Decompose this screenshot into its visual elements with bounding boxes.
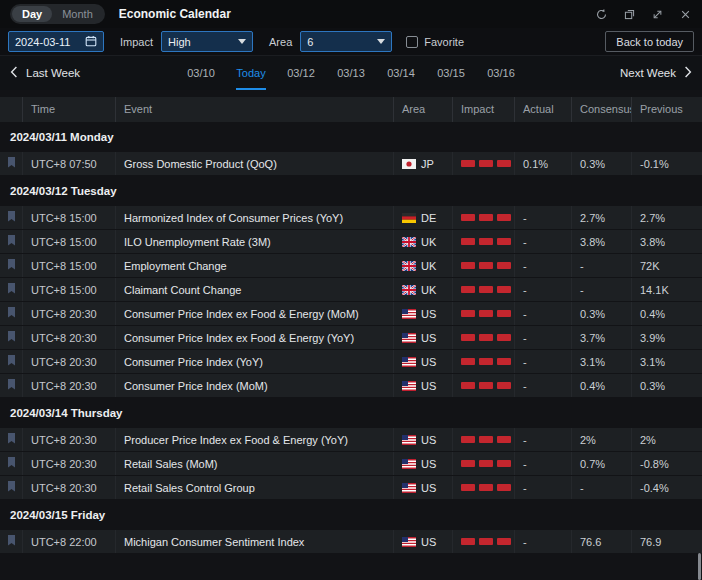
calendar-icon [85, 35, 97, 49]
close-icon[interactable] [679, 8, 692, 21]
last-week-label: Last Week [26, 67, 80, 79]
impact-cell [452, 350, 514, 373]
week-day[interactable]: 03/13 [326, 56, 376, 90]
bookmark-icon[interactable] [7, 235, 16, 248]
bookmark-icon[interactable] [7, 457, 16, 470]
area-code: DE [421, 212, 436, 224]
week-day[interactable]: 03/10 [176, 56, 226, 90]
bookmark-icon[interactable] [7, 535, 16, 548]
impact-bar [497, 358, 511, 365]
impact-bar [497, 238, 511, 245]
area-cell: DE [393, 206, 452, 229]
bookmark-icon[interactable] [7, 355, 16, 368]
de-flag-icon [402, 213, 416, 223]
bookmark-cell [0, 326, 22, 349]
week-day[interactable]: 03/16 [476, 56, 526, 90]
impact-bar [479, 460, 493, 467]
previous-cell: 3.1% [631, 350, 702, 373]
event-cell: Consumer Price Index ex Food & Energy (Y… [115, 326, 393, 349]
event-cell: Gross Domestic Product (QoQ) [115, 152, 393, 175]
table-row[interactable]: UTC+8 20:30Consumer Price Index ex Food … [0, 302, 702, 325]
impact-bar [461, 214, 475, 221]
expand-icon[interactable] [651, 8, 664, 21]
time-cell: UTC+8 20:30 [22, 428, 115, 451]
page-title: Economic Calendar [119, 7, 231, 21]
impact-cell [452, 374, 514, 397]
table-row[interactable]: UTC+8 20:30Retail Sales (MoM)US-0.7%-0.8… [0, 452, 702, 475]
consensus-cell: 3.1% [571, 350, 631, 373]
previous-cell: -0.8% [631, 452, 702, 475]
week-day[interactable]: 03/15 [426, 56, 476, 90]
tab-day[interactable]: Day [12, 6, 52, 22]
week-day[interactable]: Today [226, 56, 276, 90]
area-code: US [421, 434, 436, 446]
popout-icon[interactable] [623, 8, 636, 21]
favorite-checkbox[interactable] [406, 36, 418, 48]
chevron-left-icon [10, 66, 18, 80]
area-cell: US [393, 452, 452, 475]
table-row[interactable]: UTC+8 20:30Retail Sales Control GroupUS-… [0, 476, 702, 499]
last-week-button[interactable]: Last Week [10, 66, 80, 80]
table-row[interactable]: UTC+8 20:30Consumer Price Index (YoY)US-… [0, 350, 702, 373]
tab-month[interactable]: Month [52, 6, 103, 22]
bookmark-icon[interactable] [7, 481, 16, 494]
impact-cell [452, 428, 514, 451]
area-code: US [421, 308, 436, 320]
bookmark-icon[interactable] [7, 211, 16, 224]
us-flag-icon [402, 357, 416, 367]
actual-cell: - [514, 302, 571, 325]
consensus-cell: 2% [571, 428, 631, 451]
table-row[interactable]: UTC+8 15:00ILO Unemployment Rate (3M)UK-… [0, 230, 702, 253]
table-row[interactable]: UTC+8 15:00Claimant Count ChangeUK--14.1… [0, 278, 702, 301]
previous-cell: 0.4% [631, 302, 702, 325]
area-code: US [421, 482, 436, 494]
consensus-cell: 0.3% [571, 152, 631, 175]
area-cell: US [393, 350, 452, 373]
area-code: US [421, 356, 436, 368]
actual-cell: - [514, 278, 571, 301]
impact-bar [497, 538, 511, 545]
impact-bar [479, 310, 493, 317]
bookmark-cell [0, 350, 22, 373]
table-row[interactable]: UTC+8 20:30Consumer Price Index (MoM)US-… [0, 374, 702, 397]
previous-cell: 2.7% [631, 206, 702, 229]
bookmark-icon[interactable] [7, 283, 16, 296]
consensus-cell: - [571, 278, 631, 301]
table-row[interactable]: UTC+8 20:30Producer Price Index ex Food … [0, 428, 702, 451]
bookmark-icon[interactable] [7, 331, 16, 344]
window-controls [595, 8, 692, 21]
impact-bar [497, 262, 511, 269]
table-row[interactable]: UTC+8 07:50Gross Domestic Product (QoQ)J… [0, 152, 702, 175]
back-to-today-button[interactable]: Back to today [605, 31, 694, 52]
bookmark-icon[interactable] [7, 379, 16, 392]
impact-bar [461, 160, 475, 167]
bookmark-icon[interactable] [7, 307, 16, 320]
impact-cell [452, 302, 514, 325]
event-cell: Retail Sales Control Group [115, 476, 393, 499]
table-row[interactable]: UTC+8 15:00Employment ChangeUK--72K [0, 254, 702, 277]
title-bar: Day Month Economic Calendar [0, 0, 702, 28]
impact-cell [452, 230, 514, 253]
bookmark-cell [0, 452, 22, 475]
week-day[interactable]: 03/12 [276, 56, 326, 90]
impact-select[interactable]: High [161, 31, 253, 52]
impact-bar [461, 484, 475, 491]
area-cell: UK [393, 278, 452, 301]
next-week-button[interactable]: Next Week [620, 66, 692, 80]
bookmark-icon[interactable] [7, 433, 16, 446]
vertical-scrollbar[interactable] [698, 553, 701, 580]
week-day[interactable]: 03/14 [376, 56, 426, 90]
consensus-cell: 76.6 [571, 530, 631, 553]
uk-flag-icon [402, 237, 416, 247]
impact-cell [452, 452, 514, 475]
refresh-icon[interactable] [595, 8, 608, 21]
bookmark-icon[interactable] [7, 157, 16, 170]
impact-bar [479, 286, 493, 293]
date-picker[interactable]: 2024-03-11 [8, 31, 104, 52]
area-cell: US [393, 428, 452, 451]
table-row[interactable]: UTC+8 22:00Michigan Consumer Sentiment I… [0, 530, 702, 553]
area-select[interactable]: 6 [300, 31, 392, 52]
table-row[interactable]: UTC+8 20:30Consumer Price Index ex Food … [0, 326, 702, 349]
bookmark-icon[interactable] [7, 259, 16, 272]
table-row[interactable]: UTC+8 15:00Harmonized Index of Consumer … [0, 206, 702, 229]
